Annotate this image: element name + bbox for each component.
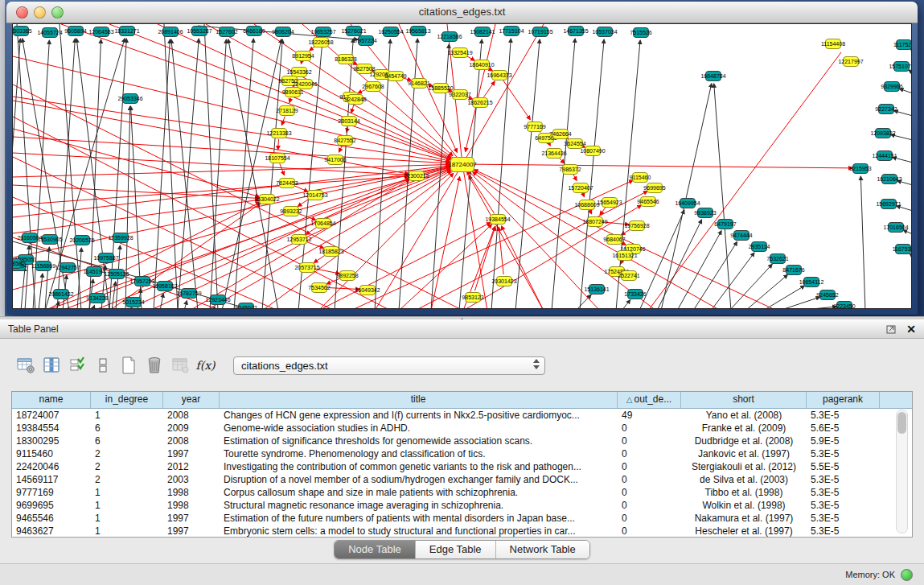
table-cell[interactable]: 2003: [163, 473, 220, 486]
graph-node[interactable]: 2803144: [341, 116, 357, 126]
delete-column-icon[interactable]: [143, 355, 165, 377]
graph-node[interactable]: 29053346: [122, 93, 138, 104]
select-all-icon[interactable]: [66, 355, 88, 377]
graph-edge[interactable]: [39, 274, 43, 309]
graph-edge[interactable]: [93, 169, 450, 309]
table-cell[interactable]: 49: [618, 409, 681, 422]
graph-edge[interactable]: [657, 220, 702, 309]
graph-node[interactable]: 20573715: [299, 262, 315, 273]
table-cell[interactable]: 1998: [163, 486, 220, 499]
table-cell[interactable]: 5.6E-5: [807, 422, 880, 435]
graph-node[interactable]: 21364436: [546, 148, 562, 159]
table-cell[interactable]: Embryonic stem cells: a model to study s…: [220, 525, 618, 538]
graph-edge[interactable]: [474, 170, 777, 309]
table-cell[interactable]: 9115460: [12, 447, 91, 460]
graph-node[interactable]: 12093832: [875, 128, 891, 138]
table-cell[interactable]: 1: [91, 525, 163, 538]
graph-edge[interactable]: [894, 111, 912, 116]
graph-node[interactable]: 17359928: [113, 233, 129, 243]
graph-node[interactable]: 3624554: [567, 138, 583, 149]
graph-edge[interactable]: [576, 295, 591, 309]
table-cell[interactable]: 5.3E-5: [807, 447, 880, 460]
column-header-short[interactable]: short: [681, 392, 807, 408]
table-cell[interactable]: 18300295: [12, 435, 91, 447]
graph-edge[interactable]: [278, 139, 279, 150]
graph-node[interactable]: 7534562: [311, 282, 327, 293]
graph-node[interactable]: 12014753: [307, 190, 323, 200]
graph-edge[interactable]: [729, 264, 772, 309]
network-window-titlebar[interactable]: citations_edges.txt: [6, 2, 918, 23]
graph-node[interactable]: 9417006: [327, 154, 343, 165]
graph-node[interactable]: 16151321: [617, 250, 633, 261]
graph-node[interactable]: 15751074: [893, 61, 910, 72]
graph-node[interactable]: 9699695: [647, 183, 663, 193]
table-cell[interactable]: Hescheler et al. (1997): [681, 525, 807, 538]
graph-node[interactable]: 9322037: [452, 89, 468, 100]
zoom-window-icon[interactable]: [51, 6, 64, 19]
tab-node-table[interactable]: Node Table: [335, 541, 416, 558]
graph-edge[interactable]: [583, 193, 585, 196]
graph-node[interactable]: 16409954: [680, 198, 696, 208]
table-cell[interactable]: Changes of HCN gene expression and I(f) …: [220, 409, 618, 422]
graph-edge[interactable]: [779, 297, 820, 309]
graph-node[interactable]: 12923446: [210, 295, 226, 305]
table-row[interactable]: 969969511998Structural magnetic resonanc…: [12, 499, 912, 512]
rows-icon[interactable]: [92, 355, 113, 377]
graph-node[interactable]: 15692971: [881, 199, 897, 209]
table-cell[interactable]: 9777169: [12, 486, 91, 499]
graph-edge[interactable]: [589, 210, 591, 214]
graph-node[interactable]: 12213383: [271, 128, 287, 138]
table-cell[interactable]: 1: [91, 409, 163, 422]
graph-edge[interactable]: [903, 230, 912, 234]
table-cell[interactable]: de Silva et al. (2003): [681, 473, 807, 486]
graph-edge[interactable]: [375, 164, 462, 309]
graph-node[interactable]: 16964373: [491, 70, 507, 80]
column-header-title[interactable]: title: [220, 392, 618, 408]
column-header-pagerank[interactable]: pagerank: [807, 392, 880, 408]
graph-edge[interactable]: [77, 248, 81, 309]
graph-node[interactable]: 1898580: [12, 258, 22, 269]
table-cell[interactable]: 19384554: [12, 422, 91, 435]
graph-node[interactable]: 9827509: [281, 76, 298, 86]
graph-edge[interactable]: [351, 105, 354, 113]
graph-edge[interactable]: [234, 39, 253, 309]
graph-edge[interactable]: [293, 185, 307, 192]
table-cell[interactable]: 2008: [163, 435, 220, 447]
table-cell[interactable]: 1997: [163, 525, 220, 538]
graph-node[interactable]: 2303365: [13, 26, 29, 36]
graph-edge[interactable]: [13, 117, 391, 309]
graph-node[interactable]: 8186328: [338, 54, 354, 64]
graph-node[interactable]: 13325419: [452, 47, 468, 58]
function-builder-icon[interactable]: f(x): [195, 355, 216, 377]
graph-node[interactable]: 18226058: [313, 37, 329, 47]
table-cell[interactable]: 2008: [163, 409, 220, 422]
graph-node[interactable]: 7957224: [358, 35, 374, 46]
table-cell[interactable]: Franke et al. (2009): [681, 422, 807, 435]
graph-node[interactable]: 9827508: [356, 64, 372, 74]
table-cell[interactable]: 5.3E-5: [807, 499, 880, 512]
close-panel-icon[interactable]: ✕: [906, 323, 916, 336]
table-cell[interactable]: 2: [91, 447, 163, 460]
graph-node[interactable]: 16210643: [881, 174, 897, 184]
graph-node[interactable]: 9242848: [347, 94, 363, 105]
graph-node[interactable]: 12217997: [843, 56, 859, 67]
graph-node[interactable]: 15720407: [573, 183, 589, 193]
table-cell[interactable]: Tibbo et al. (1998): [681, 486, 807, 499]
graph-node[interactable]: 22300215: [409, 171, 425, 181]
table-cell[interactable]: 9465546: [12, 512, 91, 525]
graph-node[interactable]: 8471676: [786, 265, 802, 275]
table-cell[interactable]: 2009: [163, 422, 220, 435]
graph-node[interactable]: 9245652: [819, 290, 836, 300]
graph-edge[interactable]: [714, 84, 731, 309]
graph-edge[interactable]: [893, 157, 912, 163]
graph-node[interactable]: 10553287: [191, 26, 207, 36]
graph-node[interactable]: 9465546: [640, 196, 656, 207]
graph-edge[interactable]: [909, 70, 912, 72]
graph-node[interactable]: 10688609: [579, 200, 595, 210]
graph-node[interactable]: 1145194: [86, 266, 102, 277]
graph-edge[interactable]: [602, 222, 629, 225]
graph-node[interactable]: 1167531: [895, 244, 911, 254]
graph-node[interactable]: 17957253: [134, 276, 150, 286]
graph-edge[interactable]: [459, 39, 482, 309]
table-row[interactable]: 977716911998Corpus callosum shape and si…: [12, 486, 912, 499]
